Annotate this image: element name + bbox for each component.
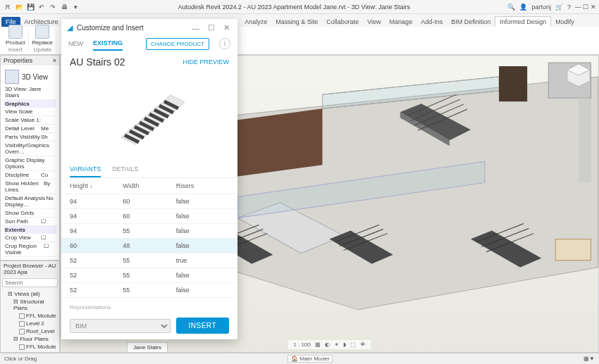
ribbon-tab-add-ins[interactable]: Add-Ins <box>416 17 447 27</box>
close-icon[interactable]: × <box>53 57 56 64</box>
property-row[interactable]: Show Grids <box>4 209 56 218</box>
property-row[interactable]: Detail LevelMe <box>4 125 56 133</box>
property-row[interactable]: Crop Region Visible☐ <box>4 242 56 257</box>
property-row[interactable]: Default Analysis Display…No <box>4 194 56 209</box>
variant-row[interactable]: 5255true <box>61 253 237 268</box>
view-tab-active[interactable]: Jane Stairs <box>127 342 168 353</box>
browser-search-input[interactable] <box>2 278 58 287</box>
tree-node[interactable]: ⊟ Structural Plans <box>2 298 58 312</box>
user-name[interactable]: partonj <box>531 4 551 11</box>
properties-type-selector[interactable]: 3D View <box>4 68 56 85</box>
subtab-details[interactable]: DETAILS <box>112 162 138 177</box>
subtab-variants[interactable]: VARIANTS <box>70 162 101 177</box>
col-width[interactable]: Width <box>123 182 175 189</box>
ribbon-tab-informed-design[interactable]: Informed Design <box>495 16 551 27</box>
info-icon[interactable]: i <box>219 38 230 49</box>
col-risers[interactable]: Risers <box>176 182 229 189</box>
filter-icon[interactable]: ▼ <box>589 356 595 362</box>
search-icon[interactable]: 🔍 <box>507 4 515 11</box>
properties-cat-graphics[interactable]: Graphics <box>4 100 56 108</box>
insert-button[interactable]: INSERT <box>176 318 230 334</box>
property-row[interactable]: View Scale <box>4 108 56 116</box>
cart-icon[interactable]: 🛒 <box>555 4 563 11</box>
hide-preview-link[interactable]: HIDE PREVIEW <box>183 58 229 65</box>
status-hint: Click or Drag <box>4 356 37 362</box>
minimize-icon[interactable]: — <box>190 24 202 32</box>
detail-level-icon[interactable]: ▦ <box>314 341 322 348</box>
ribbon-tab-modify[interactable]: Modify <box>551 17 579 27</box>
help-icon[interactable]: ? <box>567 4 571 11</box>
properties-instance[interactable]: 3D View: Jane Stairs <box>4 85 56 100</box>
ribbon-tab-manage[interactable]: Manage <box>385 17 417 27</box>
maximize-icon[interactable]: ☐ <box>206 23 217 32</box>
representation-select[interactable]: BIM <box>70 319 171 333</box>
property-row[interactable]: Visibility/Graphics Overr… <box>4 142 56 156</box>
properties-header[interactable]: Properties × <box>1 56 59 65</box>
ribbon-tab-collaborate[interactable]: Collaborate <box>322 17 363 27</box>
navigation-bar[interactable] <box>579 98 591 182</box>
maximize-button[interactable]: ☐ <box>583 4 588 11</box>
tab-new[interactable]: NEW <box>68 37 83 50</box>
tree-node[interactable]: FFL Module <box>2 343 58 351</box>
minimize-button[interactable]: — <box>575 4 581 11</box>
tree-node[interactable]: ⊟ Floor Plans <box>2 335 58 343</box>
variant-row[interactable]: 9460false <box>61 208 237 223</box>
variants-list[interactable]: 9460false9460false9455false6048false5255… <box>61 194 237 301</box>
property-row[interactable]: Parts VisibilitySh <box>4 133 56 142</box>
panel-subtabs: VARIANTS DETAILS <box>61 162 237 178</box>
ribbon-tab-view[interactable]: View <box>363 17 385 27</box>
scale-control[interactable]: 1 : 100 <box>292 341 311 348</box>
property-row[interactable]: Show Hidden LinesBy <box>4 180 56 194</box>
property-row[interactable]: DisciplineCo <box>4 171 56 180</box>
visual-style-icon[interactable]: ◐ <box>323 341 331 348</box>
tree-node[interactable]: FFL Module <box>2 312 58 320</box>
replace-button[interactable]: Replace <box>32 25 53 46</box>
close-icon[interactable]: ✕ <box>221 23 232 32</box>
property-row[interactable]: Sun Path☐ <box>4 218 56 226</box>
variant-row[interactable]: 9460false <box>61 194 237 208</box>
close-button[interactable]: ✕ <box>591 4 596 11</box>
workset-selector[interactable]: 🏠 Main Model <box>288 355 333 363</box>
revit-icon[interactable]: R <box>3 2 13 12</box>
app-title: Autodesk Revit 2024.2 - AU 2023 Apartmen… <box>80 4 507 11</box>
user-icon[interactable]: 👤 <box>519 4 527 11</box>
representations-label: Representations <box>61 301 237 312</box>
variant-row[interactable]: 5255false <box>61 268 237 282</box>
viewcube[interactable] <box>564 61 593 89</box>
variant-row[interactable]: 5154false <box>61 297 237 301</box>
undo-icon[interactable]: ↶ <box>37 2 47 12</box>
redo-icon[interactable]: ↷ <box>48 2 58 12</box>
variant-row[interactable]: 6048false <box>61 238 237 253</box>
properties-cat-extents[interactable]: Extents <box>4 226 56 234</box>
ribbon-tab-bim-definition[interactable]: BIM Definition <box>447 17 495 27</box>
property-row[interactable]: Graphic Display Options <box>4 156 56 171</box>
tab-existing[interactable]: EXISTING <box>93 37 123 51</box>
product-button[interactable]: Product <box>6 25 25 46</box>
sun-icon[interactable]: ☀ <box>333 341 340 348</box>
change-product-button[interactable]: CHANGE PRODUCT <box>146 38 209 50</box>
save-icon[interactable]: 💾 <box>25 2 35 12</box>
tree-node[interactable]: Roof_Level <box>2 327 58 335</box>
tree-node[interactable]: Level 2 <box>2 320 58 327</box>
project-browser: Project Browser - AU 2023 Apa ⊟ Views (a… <box>0 261 60 353</box>
ribbon-tab-analyze[interactable]: Analyze <box>240 17 271 27</box>
open-icon[interactable]: 📂 <box>14 2 24 12</box>
tree-node[interactable]: ⊟ Views (all) <box>2 290 58 298</box>
print-icon[interactable]: 🖶 <box>59 2 69 12</box>
shadows-icon[interactable]: ◗ <box>342 341 347 348</box>
property-row[interactable]: Scale Value 1: <box>4 116 56 125</box>
select-icon[interactable]: ▦ <box>583 356 589 362</box>
stairs-preview-icon <box>104 77 195 155</box>
col-height[interactable]: Height↓ <box>70 182 123 189</box>
variant-row[interactable]: 5255false <box>61 282 237 297</box>
variant-row[interactable]: 9455false <box>61 223 237 238</box>
property-row[interactable]: Crop View☐ <box>4 234 56 242</box>
status-bar: Click or Drag 🏠 Main Model ▦ ▼ <box>0 353 599 364</box>
hide-icon[interactable]: 👁 <box>359 341 367 348</box>
crop-icon[interactable]: ⬚ <box>349 341 357 348</box>
qat-more-icon[interactable]: ▾ <box>70 2 80 12</box>
panel-header[interactable]: ◢ Customize and Insert — ☐ ✕ <box>61 19 237 37</box>
ribbon-tab-massing-site[interactable]: Massing & Site <box>271 17 322 27</box>
browser-header[interactable]: Project Browser - AU 2023 Apa <box>1 261 59 277</box>
sort-down-icon: ↓ <box>89 183 92 189</box>
